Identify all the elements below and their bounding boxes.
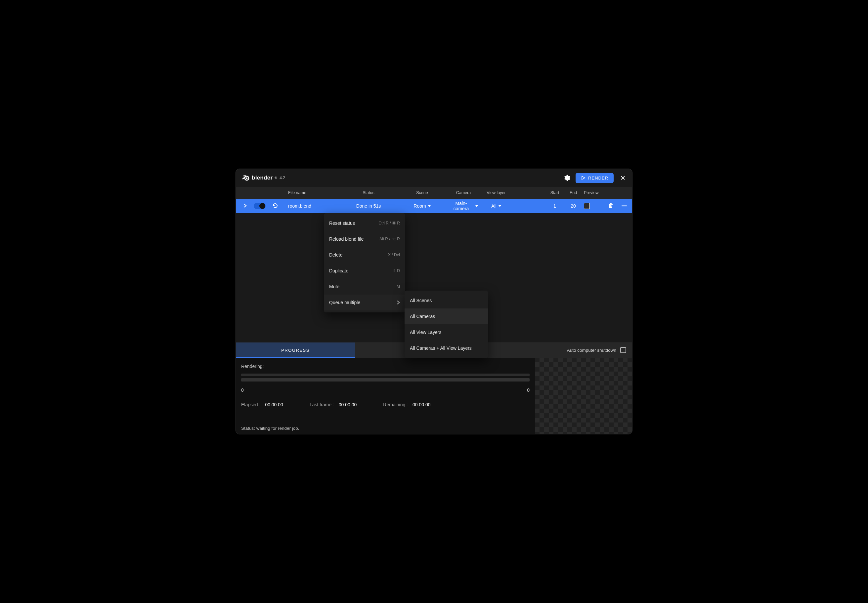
layer-dropdown[interactable]: All xyxy=(491,203,501,209)
expand-button[interactable] xyxy=(243,203,247,209)
sub-all-layers[interactable]: All View Layers xyxy=(405,324,488,340)
brand-text: blender xyxy=(252,175,273,181)
col-preview: Preview xyxy=(583,190,602,195)
col-camera: Camera xyxy=(449,190,478,195)
row-start[interactable]: 1 xyxy=(546,203,564,209)
settings-button[interactable] xyxy=(563,173,572,182)
chevron-down-icon xyxy=(499,205,501,207)
ctx-shortcut: Alt R / ⌥ R xyxy=(380,237,400,241)
scene-dropdown[interactable]: Room xyxy=(414,203,430,209)
camera-value: Main-camera xyxy=(449,201,473,211)
lastframe-label: Last frame : xyxy=(310,402,334,407)
trash-icon xyxy=(608,203,614,209)
refresh-button[interactable] xyxy=(272,203,278,210)
row-status: Done in 51s xyxy=(342,203,395,209)
progress-bar-1 xyxy=(241,374,530,376)
tab-progress[interactable]: PROGRESS xyxy=(236,342,355,358)
status-line: Status: waiting for render job. xyxy=(241,421,530,431)
lastframe-value: 00:00:00 xyxy=(339,402,357,407)
ctx-label: Duplicate xyxy=(329,268,348,274)
col-file-name: File name xyxy=(288,190,342,195)
app-logo: blender® 4.2 xyxy=(242,174,285,182)
elapsed-label: Elapsed : xyxy=(241,402,260,407)
remaining-value: 00:00:00 xyxy=(412,402,431,407)
scale-min: 0 xyxy=(241,388,244,393)
column-header-row: File name Status Scene Camera View layer… xyxy=(236,187,632,199)
gear-icon xyxy=(563,174,570,181)
toggle-knob xyxy=(259,203,265,209)
elapsed-value: 00:00:00 xyxy=(265,402,283,407)
col-end: End xyxy=(564,190,583,195)
ctx-queue-multiple[interactable]: Queue multiple xyxy=(324,295,405,311)
app-header: blender® 4.2 RENDER xyxy=(236,169,632,187)
ctx-delete[interactable]: Delete X / Del xyxy=(324,247,405,263)
rendering-label: Rendering: xyxy=(241,363,530,369)
ctx-shortcut: X / Del xyxy=(388,252,400,257)
scale-max: 0 xyxy=(527,388,530,393)
queue-row[interactable]: room.blend Done in 51s Room Main-camera … xyxy=(236,199,632,213)
ctx-label: Delete xyxy=(329,252,343,258)
drag-line-icon xyxy=(622,205,627,206)
ctx-shortcut: Ctrl R / ⌘ R xyxy=(378,221,400,226)
sub-cameras-layers[interactable]: All Cameras + All View Layers xyxy=(405,340,488,356)
ctx-label: Reset status xyxy=(329,221,355,226)
blender-logo-icon xyxy=(242,174,250,182)
auto-shutdown-label: Auto computer shutdown xyxy=(567,348,616,353)
chevron-right-icon xyxy=(243,203,247,208)
preview-swatch[interactable] xyxy=(584,203,590,209)
play-icon xyxy=(581,176,586,180)
scene-value: Room xyxy=(414,203,426,209)
queue-submenu: All Scenes All Cameras All View Layers A… xyxy=(405,291,488,358)
sub-all-scenes[interactable]: All Scenes xyxy=(405,292,488,308)
svg-point-1 xyxy=(246,178,248,179)
ctx-label: Queue multiple xyxy=(329,300,360,305)
row-file-name: room.blend xyxy=(288,203,342,209)
render-button[interactable]: RENDER xyxy=(575,173,614,183)
layer-value: All xyxy=(491,203,496,209)
drag-handle[interactable] xyxy=(620,205,629,207)
preview-panel xyxy=(535,358,632,434)
time-row: Elapsed : 00:00:00 Last frame : 00:00:00… xyxy=(241,402,530,407)
close-icon xyxy=(621,176,625,180)
checkbox-icon xyxy=(620,347,626,353)
close-button[interactable] xyxy=(620,175,626,181)
col-view-layer: View layer xyxy=(478,190,515,195)
col-start: Start xyxy=(546,190,564,195)
chevron-right-icon xyxy=(397,300,400,305)
ctx-shortcut: M xyxy=(397,284,400,289)
sub-all-cameras[interactable]: All Cameras xyxy=(405,308,488,324)
camera-dropdown[interactable]: Main-camera xyxy=(449,201,478,211)
ctx-label: Mute xyxy=(329,284,339,289)
enable-toggle[interactable] xyxy=(254,203,266,209)
progress-left: Rendering: 0 0 Elapsed : 00:00:00 Last f… xyxy=(236,358,535,434)
refresh-icon xyxy=(272,203,278,209)
chevron-down-icon xyxy=(428,205,431,207)
col-status: Status xyxy=(342,190,395,195)
ctx-shortcut: ⇧ D xyxy=(393,268,400,273)
ctx-reset-status[interactable]: Reset status Ctrl R / ⌘ R xyxy=(324,215,405,231)
ctx-mute[interactable]: Mute M xyxy=(324,279,405,295)
ctx-duplicate[interactable]: Duplicate ⇧ D xyxy=(324,263,405,279)
remaining-label: Remaining : xyxy=(383,402,408,407)
progress-body: Rendering: 0 0 Elapsed : 00:00:00 Last f… xyxy=(236,358,632,434)
context-menu: Reset status Ctrl R / ⌘ R Reload blend f… xyxy=(324,213,405,312)
ctx-reload-file[interactable]: Reload blend file Alt R / ⌥ R xyxy=(324,231,405,247)
render-button-label: RENDER xyxy=(588,176,608,181)
progress-scale: 0 0 xyxy=(241,388,530,393)
version-text: 4.2 xyxy=(279,176,285,180)
col-scene: Scene xyxy=(395,190,449,195)
auto-shutdown[interactable]: Auto computer shutdown xyxy=(567,342,632,358)
delete-button[interactable] xyxy=(608,204,614,210)
chevron-down-icon xyxy=(475,205,478,207)
progress-bar-2 xyxy=(241,378,530,382)
queue-area: Reset status Ctrl R / ⌘ R Reload blend f… xyxy=(236,213,632,342)
ctx-label: Reload blend file xyxy=(329,237,364,242)
app-window: blender® 4.2 RENDER File name Status Sce… xyxy=(236,169,632,434)
row-end[interactable]: 20 xyxy=(564,203,583,209)
drag-line-icon xyxy=(622,207,627,207)
